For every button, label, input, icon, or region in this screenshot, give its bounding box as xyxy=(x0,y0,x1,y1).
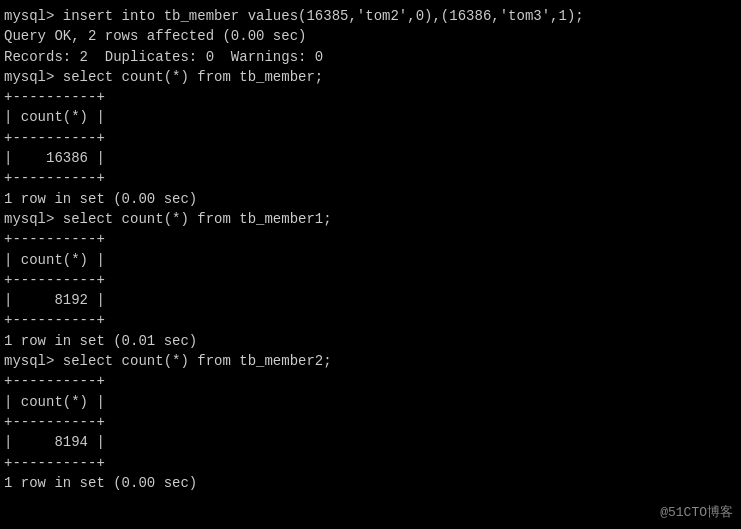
terminal-line-1: Query OK, 2 rows affected (0.00 sec) xyxy=(4,26,737,46)
terminal-line-17: +----------+ xyxy=(4,310,737,330)
terminal-line-8: | 16386 | xyxy=(4,148,737,168)
terminal-line-6: | count(*) | xyxy=(4,107,737,127)
terminal-line-20: mysql> select count(*) from tb_member2; xyxy=(4,351,737,371)
terminal-line-22: | count(*) | xyxy=(4,392,737,412)
terminal-line-25: +----------+ xyxy=(4,453,737,473)
terminal-line-16: | 8192 | xyxy=(4,290,737,310)
terminal-line-10: 1 row in set (0.00 sec) xyxy=(4,189,737,209)
terminal: mysql> insert into tb_member values(1638… xyxy=(0,0,741,529)
terminal-line-2: Records: 2 Duplicates: 0 Warnings: 0 xyxy=(4,47,737,67)
terminal-line-12: mysql> select count(*) from tb_member1; xyxy=(4,209,737,229)
terminal-line-24: | 8194 | xyxy=(4,432,737,452)
terminal-line-4: mysql> select count(*) from tb_member; xyxy=(4,67,737,87)
terminal-line-0: mysql> insert into tb_member values(1638… xyxy=(4,6,737,26)
terminal-line-7: +----------+ xyxy=(4,128,737,148)
terminal-line-9: +----------+ xyxy=(4,168,737,188)
terminal-line-21: +----------+ xyxy=(4,371,737,391)
terminal-line-15: +----------+ xyxy=(4,270,737,290)
terminal-line-5: +----------+ xyxy=(4,87,737,107)
terminal-line-14: | count(*) | xyxy=(4,250,737,270)
terminal-line-23: +----------+ xyxy=(4,412,737,432)
terminal-line-13: +----------+ xyxy=(4,229,737,249)
terminal-line-26: 1 row in set (0.00 sec) xyxy=(4,473,737,493)
terminal-line-18: 1 row in set (0.01 sec) xyxy=(4,331,737,351)
watermark: @51CTO博客 xyxy=(660,503,733,521)
